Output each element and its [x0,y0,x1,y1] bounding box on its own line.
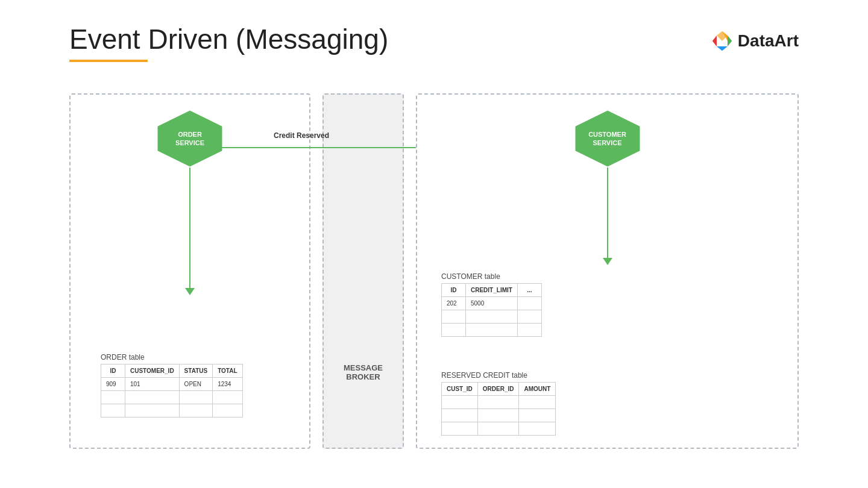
customer-table-wrap: CUSTOMER table ID CREDIT_LIMIT ... 202 5… [441,272,542,337]
page-title: Event Driven (Messaging) [69,24,388,55]
reserved-table-title: RESERVED CREDIT table [441,371,556,380]
credit-arrow-wrap: Credit Reserved [187,131,416,152]
reserved-credit-table: CUST_ID ORDER_ID AMOUNT [441,382,556,436]
table-row [442,409,556,422]
table-row [442,396,556,409]
order-table-wrap: ORDER table ID CUSTOMER_ID STATUS TOTAL … [101,353,243,418]
col-status: STATUS [179,364,213,378]
order-table: ID CUSTOMER_ID STATUS TOTAL 909 101 OPEN… [101,364,243,418]
col-id: ID [442,284,466,297]
col-order-id: ORDER_ID [477,383,519,396]
customer-table: ID CREDIT_LIMIT ... 202 5000 [441,283,542,337]
table-row [442,324,542,337]
reserved-credit-table-wrap: RESERVED CREDIT table CUST_ID ORDER_ID A… [441,371,556,436]
customer-service-box: CUSTOMER SERVICE CUSTOMER table ID CREDI… [416,93,799,449]
col-amount: AMOUNT [519,383,556,396]
table-row [101,404,243,418]
col-id: ID [101,364,125,378]
arrow-head-left [187,143,193,152]
title-block: Event Driven (Messaging) [69,24,388,62]
arrow-line-horizontal [193,147,416,148]
arrow-label: Credit Reserved [274,131,329,141]
logo-text: DataArt [738,31,799,51]
order-arrow-head [185,288,195,295]
svg-marker-2 [717,46,728,51]
diagram-container: ORDER SERVICE ORDER table ID CUSTOMER_ID… [69,93,799,476]
table-row [442,310,542,324]
logo-area: DataArt [711,30,799,52]
table-row: 202 5000 [442,297,542,310]
table-row [442,422,556,436]
customer-arrow-line [607,167,608,258]
title-underline [69,60,148,62]
customer-arrow-head [603,258,612,265]
customer-table-title: CUSTOMER table [441,272,542,281]
svg-marker-4 [717,31,728,41]
order-arrow-down [185,167,195,295]
table-row: ID CREDIT_LIMIT ... [442,284,542,297]
broker-label: MESSAGEBROKER [344,363,383,381]
table-row: CUST_ID ORDER_ID AMOUNT [442,383,556,396]
svg-marker-3 [712,36,717,46]
order-table-title: ORDER table [101,353,243,361]
col-customer-id: CUSTOMER_ID [125,364,180,378]
table-row: ID CUSTOMER_ID STATUS TOTAL [101,364,243,378]
svg-marker-1 [728,36,732,46]
col-credit-limit: CREDIT_LIMIT [466,284,518,297]
dataart-logo-icon [711,30,733,52]
arrow-line-wrap [187,143,416,152]
customer-service-hex-wrap: CUSTOMER SERVICE [574,110,641,265]
customer-arrow-down [603,167,612,265]
col-total: TOTAL [213,364,242,378]
col-cust-id: CUST_ID [442,383,478,396]
customer-service-label: CUSTOMER SERVICE [588,130,626,148]
col-more: ... [517,284,541,297]
page-header: Event Driven (Messaging) DataArt [69,24,799,62]
table-row [101,391,243,404]
customer-service-hexagon: CUSTOMER SERVICE [574,110,641,167]
table-row: 909 101 OPEN 1234 [101,378,243,391]
order-arrow-line [189,167,190,288]
